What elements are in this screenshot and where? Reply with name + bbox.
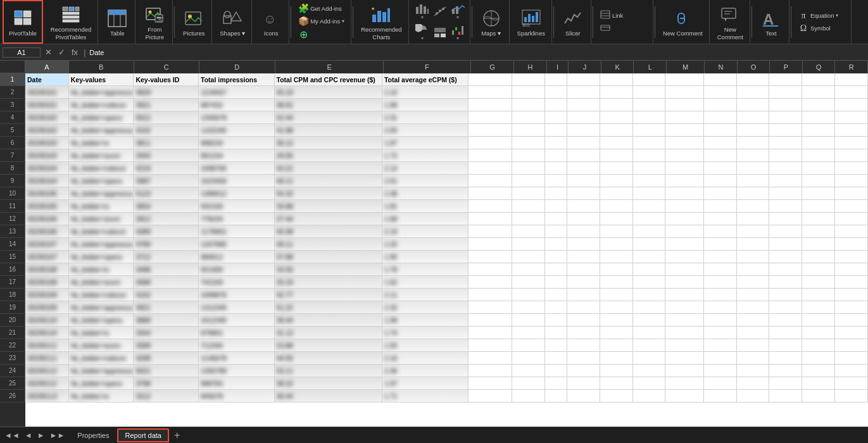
data-cell[interactable]: 987432 [199,99,275,111]
data-cell[interactable] [469,289,512,301]
data-cell[interactable] [469,327,512,339]
data-cell[interactable] [567,276,600,289]
data-cell[interactable]: 2.19 [382,225,469,238]
cell-j1[interactable] [567,73,600,86]
data-cell[interactable] [802,390,835,402]
data-cell[interactable]: 1.95 [382,251,469,263]
formula-cancel-btn[interactable]: ✕ [43,47,54,58]
data-cell[interactable] [665,314,703,327]
data-cell[interactable] [545,111,567,124]
data-cell[interactable] [802,99,835,111]
data-cell[interactable]: 3344 [134,327,199,339]
data-cell[interactable] [469,390,512,402]
data-cell[interactable] [737,365,770,377]
data-cell[interactable] [469,339,512,352]
data-cell[interactable] [600,339,633,352]
data-cell[interactable] [769,99,802,111]
data-cell[interactable] [802,289,835,301]
data-cell[interactable] [769,327,802,339]
sparklines-btn[interactable]: Slicer [559,6,587,38]
data-cell[interactable]: 49.11 [275,238,382,251]
data-cell[interactable] [469,377,512,390]
data-cell[interactable] [769,149,802,162]
data-cell[interactable] [835,251,868,263]
data-cell[interactable]: 20230112 [25,365,69,377]
data-cell[interactable]: 20230101 [25,86,69,99]
data-cell[interactable] [835,301,868,314]
data-cell[interactable] [704,314,737,327]
data-cell[interactable] [665,365,703,377]
data-cell[interactable] [567,377,600,390]
data-cell[interactable] [802,137,835,149]
pivottable-btn[interactable]: PivotTable [6,6,39,38]
data-cell[interactable] [737,314,770,327]
data-cell[interactable] [469,365,512,377]
data-cell[interactable] [835,225,868,238]
data-cell[interactable]: 20230109 [25,289,69,301]
row-num-26[interactable]: 26 [0,390,25,402]
data-cell[interactable] [567,365,600,377]
data-cell[interactable] [600,187,633,200]
data-cell[interactable] [835,111,868,124]
data-cell[interactable] [835,377,868,390]
data-cell[interactable]: 5021 [134,365,199,377]
data-cell[interactable] [512,111,545,124]
data-cell[interactable]: 43.21 [275,162,382,175]
data-cell[interactable] [567,314,600,327]
data-cell[interactable] [545,137,567,149]
data-cell[interactable] [802,352,835,365]
data-cell[interactable] [545,390,567,402]
data-cell[interactable] [665,187,703,200]
data-cell[interactable]: hb_bidder=sovrn [69,213,134,225]
row-num-2[interactable]: 2 [0,86,25,99]
pictures-btn[interactable]: Pictures [180,6,208,38]
data-cell[interactable] [469,200,512,213]
data-cell[interactable] [835,137,868,149]
table-btn[interactable]: Table [103,6,131,38]
data-cell[interactable] [769,86,802,99]
data-cell[interactable]: 20230102 [25,111,69,124]
data-cell[interactable] [633,276,666,289]
data-cell[interactable] [600,111,633,124]
data-cell[interactable]: 1234567 [199,86,275,99]
data-cell[interactable] [567,301,600,314]
data-cell[interactable] [545,352,567,365]
data-cell[interactable] [633,238,666,251]
data-cell[interactable]: 1356789 [199,365,275,377]
data-cell[interactable] [737,301,770,314]
data-cell[interactable] [545,238,567,251]
data-cell[interactable] [737,187,770,200]
data-cell[interactable]: 5123 [134,187,199,200]
data-cell[interactable]: 33.55 [275,263,382,276]
data-cell[interactable] [633,213,666,225]
data-cell[interactable] [769,377,802,390]
data-cell[interactable]: 1389012 [199,187,275,200]
data-cell[interactable]: hb_bidder=sovrn [69,276,134,289]
data-cell[interactable] [545,276,567,289]
my-addins-btn[interactable]: 📦 My Add-ins ▾ [296,15,347,27]
data-cell[interactable]: hb_bidder=rubicon [69,162,134,175]
row-num-5[interactable]: 5 [0,124,25,137]
formula-text-input[interactable] [89,49,865,56]
data-cell[interactable] [600,86,633,99]
data-cell[interactable]: 3811 [134,137,199,149]
data-cell[interactable] [737,225,770,238]
data-cell[interactable] [512,390,545,402]
data-cell[interactable] [769,238,802,251]
data-cell[interactable]: hb_bidder=openx [69,314,134,327]
sheet-tab-report-data[interactable]: Report data [117,428,168,442]
data-cell[interactable] [512,187,545,200]
data-cell[interactable] [633,187,666,200]
data-cell[interactable]: 3654 [134,200,199,213]
data-cell[interactable] [769,314,802,327]
data-cell[interactable] [633,251,666,263]
data-cell[interactable] [512,365,545,377]
data-cell[interactable]: 998234 [199,137,275,149]
data-cell[interactable] [737,111,770,124]
data-cell[interactable] [633,263,666,276]
data-cell[interactable]: hb_bidder=ix [69,263,134,276]
data-cell[interactable] [633,352,666,365]
data-cell[interactable] [567,251,600,263]
row-num-19[interactable]: 19 [0,301,25,314]
data-cell[interactable]: 4921 [134,301,199,314]
